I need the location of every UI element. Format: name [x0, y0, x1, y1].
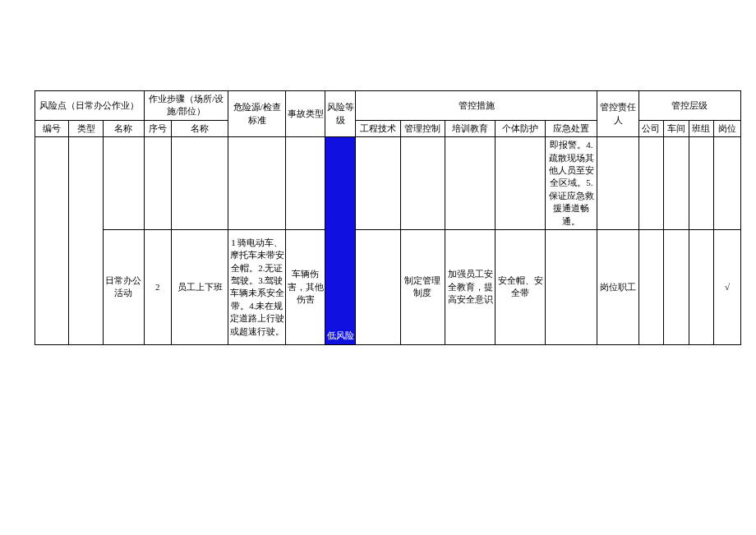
- cell-mingcheng1: [103, 137, 144, 230]
- cell-xuhao: 2: [144, 229, 171, 344]
- cell-yingji: [546, 229, 597, 344]
- th-xuhao: 序号: [144, 120, 171, 136]
- th-yingji: 应急处置: [546, 120, 597, 136]
- cell-xuhao: [144, 137, 171, 230]
- table-body: 低风险 即报警。4.疏散现场其他人员至安全区域。5.保证应急救援通道畅通。 日常…: [35, 137, 741, 345]
- cell-mingcheng2: [171, 137, 228, 230]
- th-banzu: 班组: [689, 120, 714, 136]
- cell-gangwei: √: [714, 229, 741, 344]
- th-control-measures: 管控措施: [356, 91, 597, 121]
- th-risk-point: 风险点（日常办公作业）: [35, 91, 145, 121]
- th-mingcheng2: 名称: [171, 120, 228, 136]
- cell-banzu: [689, 229, 714, 344]
- cell-gongsi: [638, 137, 664, 230]
- th-chejian: 车间: [664, 120, 689, 136]
- table-row: 低风险 即报警。4.疏散现场其他人员至安全区域。5.保证应急救援通道畅通。: [35, 137, 741, 230]
- cell-guanli: [400, 137, 445, 230]
- th-hazard-std: 危险源/检查标准: [228, 91, 286, 137]
- th-gangwei: 岗位: [714, 120, 741, 136]
- cell-bianhao: [35, 137, 69, 345]
- page: 风险点（日常办公作业） 作业步骤（场所/设施/部位） 危险源/检查标准 事故类型…: [0, 0, 756, 535]
- cell-mingcheng2: 员工上下班: [171, 229, 228, 344]
- cell-geti: [496, 137, 546, 230]
- cell-chejian: [664, 229, 689, 344]
- cell-gangwei: [714, 137, 741, 230]
- cell-guanli: 制定管理制度: [400, 229, 445, 344]
- risk-table: 风险点（日常办公作业） 作业步骤（场所/设施/部位） 危险源/检查标准 事故类型…: [35, 90, 741, 345]
- th-leixing: 类型: [69, 120, 103, 136]
- th-peixun: 培训教育: [445, 120, 496, 136]
- th-responsible: 管控责任人: [597, 91, 638, 137]
- cell-zeren: 岗位职工: [597, 229, 638, 344]
- th-gongsi: 公司: [638, 120, 664, 136]
- cell-weixian: 1 骑电动车、摩托车未带安全帽。2.无证驾驶。3.驾驶车辆未系安全带。4.未在规…: [228, 229, 286, 344]
- th-control-level: 管控层级: [638, 91, 740, 121]
- cell-shigu: 车辆伤害，其他伤害: [286, 229, 325, 344]
- table-header: 风险点（日常办公作业） 作业步骤（场所/设施/部位） 危险源/检查标准 事故类型…: [35, 91, 741, 137]
- th-accident-type: 事故类型: [286, 91, 325, 137]
- cell-shigu: [286, 137, 325, 230]
- cell-leixing: [69, 137, 103, 345]
- cell-weixian: [228, 137, 286, 230]
- th-bianhao: 编号: [35, 120, 69, 136]
- cell-chejian: [664, 137, 689, 230]
- cell-geti: 安全帽、安全带: [496, 229, 546, 344]
- cell-banzu: [689, 137, 714, 230]
- th-geti: 个体防护: [496, 120, 546, 136]
- th-guanli: 管理控制: [400, 120, 445, 136]
- th-op-steps: 作业步骤（场所/设施/部位）: [144, 91, 228, 121]
- cell-fengxian: 低风险: [325, 137, 356, 345]
- th-mingcheng1: 名称: [103, 120, 144, 136]
- cell-gongcheng: [356, 229, 401, 344]
- th-risk-level: 风险等级: [325, 91, 356, 137]
- cell-mingcheng1: 日常办公活动: [103, 229, 144, 344]
- cell-yingji: 即报警。4.疏散现场其他人员至安全区域。5.保证应急救援通道畅通。: [546, 137, 597, 230]
- cell-gongcheng: [356, 137, 401, 230]
- cell-peixun: 加强员工安全教育，提高安全意识: [445, 229, 496, 344]
- cell-peixun: [445, 137, 496, 230]
- cell-gongsi: [638, 229, 664, 344]
- th-gongcheng: 工程技术: [356, 120, 401, 136]
- table-row: 日常办公活动 2 员工上下班 1 骑电动车、摩托车未带安全帽。2.无证驾驶。3.…: [35, 229, 741, 344]
- cell-zeren: [597, 137, 638, 230]
